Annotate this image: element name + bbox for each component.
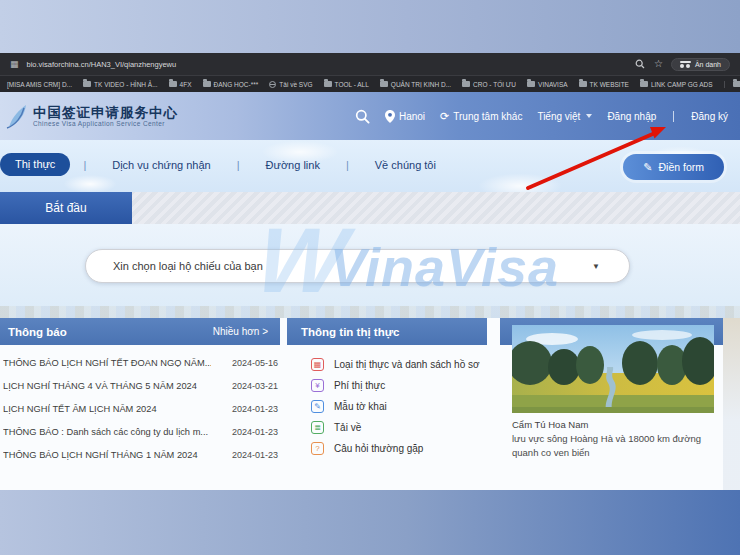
notice-date: 2024-05-16 bbox=[232, 358, 278, 368]
background-skyline bbox=[0, 306, 740, 318]
notice-title: LỊCH NGHỈ THÁNG 4 VÀ THÁNG 5 NĂM 2024 bbox=[3, 381, 197, 391]
form-pen-icon: ✎ bbox=[643, 161, 652, 174]
folder-icon bbox=[324, 81, 332, 87]
visa-info-label: Phí thị thực bbox=[334, 380, 385, 391]
bookmark-item[interactable]: TK WEBSITE bbox=[579, 81, 629, 88]
folder-icon bbox=[203, 81, 211, 87]
tab-grid-icon[interactable]: ▦ bbox=[10, 60, 19, 69]
nav-tab-visa[interactable]: Thị thực bbox=[0, 153, 70, 176]
folder-icon bbox=[462, 81, 470, 87]
notice-title: LỊCH NGHỈ TẾT ÂM LỊCH NĂM 2024 bbox=[3, 404, 157, 414]
visa-info-title: Thông tin thị thực bbox=[301, 326, 399, 338]
bookmark-star-icon[interactable]: ☆ bbox=[654, 59, 663, 69]
passport-type-select[interactable]: Xin chọn loại hộ chiếu của bạn ▼ bbox=[85, 249, 630, 283]
all-bookmarks-button[interactable]: Tất cả dấu bbox=[724, 81, 740, 88]
folder-icon bbox=[527, 81, 535, 87]
visa-info-label: Mẫu tờ khai bbox=[334, 401, 387, 412]
notice-row[interactable]: THÔNG BÁO : Danh sách các công ty du lịc… bbox=[3, 420, 278, 443]
notices-more-link[interactable]: Nhiều hơn > bbox=[213, 326, 268, 337]
scenery-photo[interactable] bbox=[512, 325, 714, 413]
bookmark-label: CRO - TỐI ƯU bbox=[473, 81, 516, 88]
notice-list: THÔNG BÁO LỊCH NGHỈ TẾT ĐOAN NGỌ NĂM... … bbox=[3, 351, 278, 466]
site-header: 中国签证申请服务中心 Chinese Visa Application Serv… bbox=[0, 92, 740, 140]
notice-row[interactable]: LỊCH NGHỈ THÁNG 4 VÀ THÁNG 5 NĂM 2024 20… bbox=[3, 374, 278, 397]
register-link[interactable]: Đăng ký bbox=[691, 111, 728, 122]
bookmark-label: LINK CAMP GG ADS bbox=[651, 81, 713, 88]
visa-info-item[interactable]: ¥ Phí thị thực bbox=[311, 375, 480, 396]
notice-row[interactable]: THÔNG BÁO LỊCH NGHỈ THÁNG 1 NĂM 2024 202… bbox=[3, 443, 278, 466]
bookmark-item[interactable]: [MISA AMIS CRM] D... bbox=[7, 81, 72, 88]
location-pin-icon bbox=[385, 110, 395, 123]
search-icon[interactable] bbox=[634, 58, 646, 70]
language-label: Tiếng việt bbox=[537, 111, 580, 122]
incognito-label: Ẩn danh bbox=[695, 61, 721, 68]
header-nav: Hanoi ⟳ Trung tâm khác Tiếng việt Đăng n… bbox=[355, 109, 740, 124]
visa-info-header: Thông tin thị thực bbox=[287, 318, 487, 345]
header-search-button[interactable] bbox=[355, 109, 370, 124]
bookmark-label: VINAVISA bbox=[538, 81, 568, 88]
faq-icon: ? bbox=[311, 442, 324, 455]
folder-icon bbox=[733, 81, 740, 87]
notice-date: 2024-01-23 bbox=[232, 404, 278, 414]
bookmark-item[interactable]: QUẢN TRỊ KINH D... bbox=[380, 81, 451, 88]
content-columns: Thông báo Nhiều hơn > Thông tin thị thực… bbox=[0, 318, 740, 490]
visa-info-item[interactable]: ≣ Tải về bbox=[311, 417, 480, 438]
bookmark-item[interactable]: CRO - TỐI ƯU bbox=[462, 81, 516, 88]
dropdown-caret-icon: ▼ bbox=[592, 262, 629, 271]
folder-icon bbox=[640, 81, 648, 87]
site-logo[interactable]: 中国签证申请服务中心 Chinese Visa Application Serv… bbox=[0, 103, 178, 129]
notices-title: Thông báo bbox=[8, 326, 67, 338]
hero-sky-band: Thị thực | Dịch vụ chứng nhận | Đường li… bbox=[0, 140, 740, 192]
bookmark-item[interactable]: Tải về SVG bbox=[269, 81, 312, 88]
login-link[interactable]: Đăng nhập bbox=[607, 111, 656, 122]
bookmark-item[interactable]: VINAVISA bbox=[527, 81, 568, 88]
sync-icon: ⟳ bbox=[440, 111, 449, 122]
bookmark-label: [MISA AMIS CRM] D... bbox=[7, 81, 72, 88]
address-bar[interactable]: bio.visaforchina.cn/HAN3_VI/qianzhengyew… bbox=[27, 60, 177, 69]
nav-divider: | bbox=[333, 159, 362, 171]
auth-divider bbox=[673, 111, 674, 122]
city-selector[interactable]: Hanoi bbox=[385, 110, 425, 123]
logo-title: 中国签证申请服务中心 bbox=[33, 105, 178, 121]
notice-title: THÔNG BÁO LỊCH NGHỈ THÁNG 1 NĂM 2024 bbox=[3, 450, 198, 460]
nav-divider: | bbox=[70, 159, 99, 171]
bookmark-item[interactable]: TK VIDEO - HÌNH Ả... bbox=[83, 81, 158, 88]
bookmark-label: ĐANG HỌC-*** bbox=[214, 81, 259, 88]
notice-row[interactable]: THÔNG BÁO LỊCH NGHỈ TẾT ĐOAN NGỌ NĂM... … bbox=[3, 351, 278, 374]
visa-info-item[interactable]: ✎ Mẫu tờ khai bbox=[311, 396, 480, 417]
folder-icon bbox=[380, 81, 388, 87]
notice-date: 2024-01-23 bbox=[232, 427, 278, 437]
folder-icon bbox=[83, 81, 91, 87]
notice-row[interactable]: LỊCH NGHỈ TẾT ÂM LỊCH NĂM 2024 2024-01-2… bbox=[3, 397, 278, 420]
desktop-band-bottom bbox=[0, 490, 740, 555]
bookmark-label: Tải về SVG bbox=[279, 81, 312, 88]
notice-title: THÔNG BÁO : Danh sách các công ty du lịc… bbox=[3, 427, 208, 437]
city-label: Hanoi bbox=[399, 111, 425, 122]
nav-tab-notarization[interactable]: Dịch vụ chứng nhận bbox=[99, 159, 223, 171]
browser-address-row: ▦ bio.visaforchina.cn/HAN3_VI/qianzhengy… bbox=[0, 53, 740, 75]
bookmark-label: QUẢN TRỊ KINH D... bbox=[391, 81, 451, 88]
center-switch[interactable]: ⟳ Trung tâm khác bbox=[440, 111, 522, 122]
nav-tab-links[interactable]: Đường link bbox=[253, 159, 333, 171]
background-edge-strip bbox=[723, 318, 740, 490]
bookmark-label: TOOL - ALL bbox=[335, 81, 369, 88]
download-icon: ≣ bbox=[311, 421, 324, 434]
bookmark-item[interactable]: LINK CAMP GG ADS bbox=[640, 81, 713, 88]
logo-subtitle: Chinese Visa Application Service Center bbox=[33, 120, 178, 127]
bookmarks-bar: [MISA AMIS CRM] D... TK VIDEO - HÌNH Ả..… bbox=[0, 75, 740, 92]
visa-info-label: Loại thị thực và danh sách hồ sơ bbox=[334, 359, 480, 370]
bookmark-item[interactable]: ĐANG HỌC-*** bbox=[203, 81, 259, 88]
fill-form-button[interactable]: ✎ Điền form bbox=[623, 154, 724, 180]
bookmark-item[interactable]: 4FX bbox=[169, 81, 192, 88]
tab-start[interactable]: Bắt đầu bbox=[0, 192, 132, 224]
bookmark-label: TK WEBSITE bbox=[590, 81, 629, 88]
bookmark-label: TK VIDEO - HÌNH Ả... bbox=[94, 81, 158, 88]
visa-info-item[interactable]: ? Câu hỏi thường gặp bbox=[311, 438, 480, 459]
language-selector[interactable]: Tiếng việt bbox=[537, 111, 592, 122]
visa-info-item[interactable]: ▦ Loại thị thực và danh sách hồ sơ bbox=[311, 354, 480, 375]
visa-types-icon: ▦ bbox=[311, 358, 324, 371]
bookmark-label: 4FX bbox=[180, 81, 192, 88]
nav-tab-about[interactable]: Về chúng tôi bbox=[362, 159, 449, 171]
logo-swoosh-icon bbox=[6, 103, 28, 129]
bookmark-item[interactable]: TOOL - ALL bbox=[324, 81, 369, 88]
